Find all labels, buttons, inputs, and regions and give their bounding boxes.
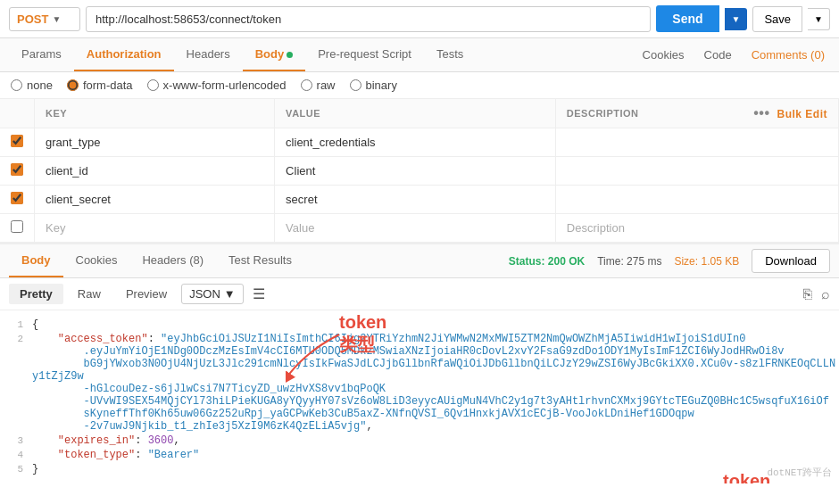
th-value: VALUE xyxy=(275,99,556,128)
json-format-select[interactable]: JSON ▼ xyxy=(181,284,244,304)
body-options: none form-data x-www-form-urlencoded raw… xyxy=(0,72,839,99)
code-area: 1 { 2 "access_token": "eyJhbGciOiJSUzI1N… xyxy=(0,310,839,483)
right-links: Cookies Code Comments (0) xyxy=(637,39,830,70)
app-container: POST ▼ Send ▼ Save ▼ Params Authorizatio… xyxy=(0,0,839,504)
th-desc: DESCRIPTION •••Bulk Edit xyxy=(555,99,838,128)
row4-key: Key xyxy=(35,214,275,243)
table-row-empty: Key Value Description xyxy=(0,214,839,243)
tab-params[interactable]: Params xyxy=(9,38,74,71)
row1-desc xyxy=(555,128,838,157)
row2-desc xyxy=(555,157,838,186)
size-value: Size: 1.05 KB xyxy=(674,255,739,268)
table-row: client_secret secret xyxy=(0,186,839,214)
fmt-tab-raw[interactable]: Raw xyxy=(67,284,112,304)
radio-formdata[interactable]: form-data xyxy=(67,78,133,92)
radio-urlencoded[interactable]: x-www-form-urlencoded xyxy=(147,78,287,92)
res-tab-headers[interactable]: Headers (8) xyxy=(129,244,216,277)
tab-pre-request[interactable]: Pre-request Script xyxy=(305,38,424,71)
params-table: KEY VALUE DESCRIPTION •••Bulk Edit grant… xyxy=(0,99,839,243)
bulk-edit-button[interactable]: Bulk Edit xyxy=(777,108,827,120)
table-row: client_id Client xyxy=(0,157,839,186)
tab-tests[interactable]: Tests xyxy=(424,38,476,71)
send-button[interactable]: Send xyxy=(656,5,719,32)
row2-value: Client xyxy=(275,157,556,186)
download-button[interactable]: Download xyxy=(752,249,830,273)
chevron-down-icon: ▼ xyxy=(52,14,61,24)
row1-checkbox[interactable] xyxy=(11,135,23,147)
row3-checkbox[interactable] xyxy=(11,192,23,204)
response-right-icons: ⎘ ⌕ xyxy=(803,286,830,302)
method-label: POST xyxy=(17,12,48,26)
link-code[interactable]: Code xyxy=(699,39,737,70)
row2-checkbox[interactable] xyxy=(11,163,23,176)
radio-none[interactable]: none xyxy=(11,78,53,92)
save-button[interactable]: Save xyxy=(752,6,802,32)
response-meta: Status: 200 OK Time: 275 ms Size: 1.05 K… xyxy=(509,249,830,273)
top-bar: POST ▼ Send ▼ Save ▼ xyxy=(0,0,839,38)
code-line-2: 2 "access_token": "eyJhbGciOiJSUzI1NiIsI… xyxy=(0,332,839,434)
tab-authorization[interactable]: Authorization xyxy=(74,38,174,71)
tab-headers[interactable]: Headers xyxy=(174,38,243,71)
th-key: KEY xyxy=(35,99,275,128)
link-comments[interactable]: Comments (0) xyxy=(746,39,830,70)
body-dot xyxy=(287,52,293,58)
link-cookies[interactable]: Cookies xyxy=(637,39,690,70)
copy-icon[interactable]: ⎘ xyxy=(803,286,812,302)
radio-raw[interactable]: raw xyxy=(301,78,336,92)
row3-key: client_secret xyxy=(35,186,275,214)
code-line-4: 4 "token_type": "Bearer" xyxy=(0,448,839,462)
row4-check-cell xyxy=(0,214,35,243)
res-tab-cookies[interactable]: Cookies xyxy=(63,244,130,277)
search-icon[interactable]: ⌕ xyxy=(821,286,830,302)
radio-binary[interactable]: binary xyxy=(350,78,397,92)
time-value: Time: 275 ms xyxy=(597,255,661,268)
request-tabs: Params Authorization Headers Body Pre-re… xyxy=(0,38,839,72)
response-body-bar: Pretty Raw Preview JSON ▼ ☰ ⎘ ⌕ xyxy=(0,278,839,310)
row4-desc: Description xyxy=(555,214,838,243)
save-dropdown-button[interactable]: ▼ xyxy=(808,8,830,30)
response-bar: Body Cookies Headers (8) Test Results St… xyxy=(0,243,839,278)
th-check xyxy=(0,99,35,128)
res-tab-test-results[interactable]: Test Results xyxy=(216,244,304,277)
method-select[interactable]: POST ▼ xyxy=(9,7,80,31)
status-badge: Status: 200 OK xyxy=(509,255,585,268)
row2-key: client_id xyxy=(35,157,275,186)
code-line-5: 5 } xyxy=(0,462,839,476)
fmt-tab-preview[interactable]: Preview xyxy=(115,284,178,304)
row4-checkbox[interactable] xyxy=(11,220,23,233)
chevron-down-icon: ▼ xyxy=(224,287,236,301)
url-input[interactable] xyxy=(86,6,651,32)
res-tab-body[interactable]: Body xyxy=(9,244,63,277)
code-line-3: 3 "expires_in": 3600, xyxy=(0,434,839,448)
send-dropdown-button[interactable]: ▼ xyxy=(725,8,748,30)
code-line-1: 1 { xyxy=(0,318,839,332)
tab-body[interactable]: Body xyxy=(243,38,306,71)
row3-desc xyxy=(555,186,838,214)
row1-value: client_credentials xyxy=(275,128,556,157)
row1-key: grant_type xyxy=(35,128,275,157)
table-row: grant_type client_credentials xyxy=(0,128,839,157)
row3-check-cell xyxy=(0,186,35,214)
more-options-icon[interactable]: ••• xyxy=(753,105,769,120)
row4-value: Value xyxy=(275,214,556,243)
row2-check-cell xyxy=(0,157,35,186)
row1-check-cell xyxy=(0,128,35,157)
fmt-tab-pretty[interactable]: Pretty xyxy=(9,284,63,304)
row3-value: secret xyxy=(275,186,556,214)
wrap-icon[interactable]: ☰ xyxy=(253,285,265,302)
